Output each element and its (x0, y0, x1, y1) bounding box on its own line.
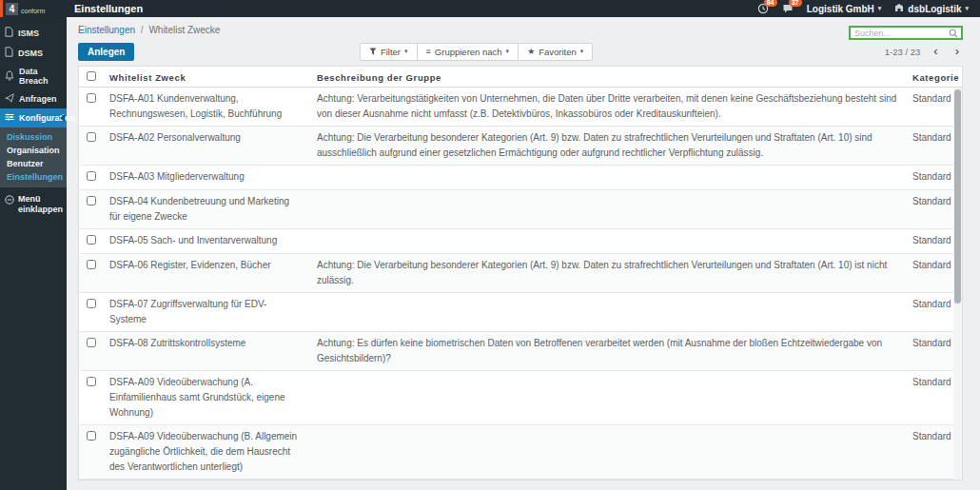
pagination: 1-23 / 23 ‹ › (885, 46, 963, 57)
filter-button[interactable]: Filter ▾ (360, 43, 418, 61)
cell-beschreibung (309, 425, 905, 480)
sidebar-item-data-breach[interactable]: Data Breach (0, 63, 67, 89)
pagination-prev-button[interactable]: ‹ (930, 46, 941, 57)
column-header-beschreibung[interactable]: Beschreibung der Gruppe (309, 67, 905, 88)
scrollbar-thumb[interactable] (954, 89, 961, 304)
table-row[interactable]: DSFA-A03 Mitgliederverwaltung Standard (79, 166, 962, 190)
cell-whitelist-zweck: DSFA-06 Register, Evidenzen, Bücher (102, 254, 309, 293)
cell-beschreibung (309, 480, 905, 481)
select-all-checkbox[interactable] (87, 71, 96, 81)
messages-notification-button[interactable]: 37 (782, 3, 794, 14)
table-row[interactable]: DSFA-A09 Videoüberwachung (B. Allgemein … (79, 425, 962, 480)
table-controls: Filter ▾ ≡ Gruppieren nach ▾ ★ Favoriten… (360, 43, 593, 61)
history-count-badge: 84 (764, 0, 777, 7)
cell-whitelist-zweck: DSFA-A09 Videoüberwachung (A. Einfamilie… (102, 371, 309, 425)
cell-whitelist-zweck: DSFA-05 Sach- und Inventarverwaltung (102, 229, 309, 254)
sidebar-item-konfiguration[interactable]: Konfiguration (0, 108, 67, 127)
cell-whitelist-zweck: DSFA-10 Bild- und Akustikverarbeitung in… (102, 480, 309, 481)
cell-whitelist-zweck: DSFA-A09 Videoüberwachung (B. Allgemein … (102, 425, 309, 480)
breadcrumb-current: Whitelist Zwecke (148, 25, 220, 35)
cell-beschreibung: Achtung: Die Verarbeitung besonderer Kat… (309, 127, 905, 166)
breadcrumb: Einstellungen / Whitelist Zwecke (78, 25, 963, 35)
breadcrumb-link-einstellungen[interactable]: Einstellungen (78, 25, 135, 35)
group-by-button[interactable]: ≡ Gruppieren nach ▾ (417, 43, 519, 61)
search-input[interactable] (851, 29, 949, 38)
column-header-kategorie[interactable]: Kategorie (905, 67, 962, 88)
active-item-notch (60, 114, 65, 122)
cell-whitelist-zweck: DSFA-A02 Personalverwaltung (102, 127, 309, 166)
sidebar-item-isms[interactable]: ISMS (0, 23, 67, 43)
toolbar: Anlegen Filter ▾ ≡ Gruppieren nach ▾ ★ F… (78, 42, 963, 61)
table-row[interactable]: DSFA-06 Register, Evidenzen, Bücher Acht… (79, 254, 962, 293)
cell-whitelist-zweck: DSFA-A01 Kundenverwaltung, Rechnungswese… (102, 88, 309, 127)
cell-beschreibung (309, 166, 905, 190)
sidebar-item-organisation[interactable]: Organisation (0, 144, 67, 157)
cell-beschreibung: Achtung: Verarbeitungstätigkeiten von Un… (309, 88, 905, 127)
table-row[interactable]: DSFA-07 Zugriffsverwaltung für EDV-Syste… (79, 293, 962, 332)
table-row[interactable]: DSFA-08 Zutrittskontrollsysteme Achtung:… (79, 332, 962, 371)
chevron-down-icon: ▾ (878, 5, 882, 12)
funnel-icon (369, 47, 377, 57)
column-header-whitelist-zweck[interactable]: Whitelist Zweck (102, 67, 309, 88)
sidebar-item-einstellungen[interactable]: Einstellungen (0, 170, 67, 184)
building-icon (894, 3, 904, 14)
cell-whitelist-zweck: DSFA-04 Kundenbetreuung und Marketing fü… (102, 190, 309, 229)
table-scrollbar[interactable] (953, 88, 962, 480)
row-checkbox[interactable] (87, 171, 96, 181)
file-icon (5, 27, 13, 39)
sidebar-item-benutzer[interactable]: Benutzer (0, 157, 67, 170)
send-icon (5, 93, 14, 105)
cell-whitelist-zweck: DSFA-A03 Mitgliederverwaltung (102, 166, 309, 190)
list-icon: ≡ (426, 47, 431, 56)
sliders-icon (5, 112, 14, 124)
table-row[interactable]: DSFA-10 Bild- und Akustikverarbeitung in… (79, 480, 962, 481)
breadcrumb-separator: / (141, 25, 144, 35)
user-menu[interactable]: dsbLogistik ▾ (894, 3, 969, 14)
chevron-down-icon: ▾ (404, 48, 408, 55)
organization-menu[interactable]: Logistik GmbH ▾ (807, 4, 882, 14)
cell-beschreibung: Achtung: Es dürfen keine biometrischen D… (309, 332, 905, 371)
star-icon: ★ (527, 47, 535, 56)
row-checkbox[interactable] (87, 260, 96, 269)
sidebar-item-diskussion[interactable]: Diskussion (0, 130, 67, 144)
table-row[interactable]: DSFA-A09 Videoüberwachung (A. Einfamilie… (79, 371, 962, 425)
table-row[interactable]: DSFA-A02 Personalverwaltung Achtung: Die… (79, 127, 962, 166)
favorites-button[interactable]: ★ Favoriten ▾ (518, 43, 593, 61)
table-row[interactable]: DSFA-A01 Kundenverwaltung, Rechnungswese… (79, 88, 962, 127)
topbar: 4 conform Einstellungen 84 37 Logistik G… (0, 0, 980, 17)
sidebar-item-anfragen[interactable]: Anfragen (0, 89, 67, 108)
app-logo[interactable]: 4 conform (0, 0, 67, 17)
bell-icon (5, 70, 14, 83)
cell-beschreibung (309, 371, 905, 425)
search-box (849, 26, 963, 40)
main-content: Einstellungen / Whitelist Zwecke Anlegen… (67, 17, 980, 490)
cell-whitelist-zweck: DSFA-07 Zugriffsverwaltung für EDV-Syste… (102, 293, 309, 332)
history-notification-button[interactable]: 84 (757, 3, 769, 14)
row-checkbox[interactable] (87, 338, 96, 347)
cell-beschreibung: Achtung: Die Verarbeitung besonderer Kat… (309, 254, 905, 293)
table-header-row: Whitelist Zweck Beschreibung der Gruppe … (79, 67, 962, 88)
row-checkbox[interactable] (87, 377, 96, 386)
pagination-range: 1-23 / 23 (885, 47, 921, 57)
pagination-next-button[interactable]: › (951, 46, 963, 57)
search-icon[interactable] (949, 25, 961, 42)
table-row[interactable]: DSFA-05 Sach- und Inventarverwaltung Sta… (79, 229, 962, 254)
sidebar-item-dsms[interactable]: DSMS (0, 43, 67, 63)
row-checkbox[interactable] (87, 93, 96, 103)
cell-whitelist-zweck: DSFA-08 Zutrittskontrollsysteme (102, 332, 309, 371)
row-checkbox[interactable] (87, 431, 96, 441)
chevron-down-icon: ▾ (506, 48, 510, 55)
logo-accent-bar (0, 0, 3, 17)
logo-brand-text: conform (21, 8, 45, 14)
sidebar: ISMS DSMS Data Breach Anfragen Konfigura… (0, 17, 67, 490)
chevron-down-icon: ▾ (965, 5, 969, 12)
row-checkbox[interactable] (87, 299, 96, 308)
row-checkbox[interactable] (87, 196, 96, 206)
create-button[interactable]: Anlegen (78, 43, 134, 61)
row-checkbox[interactable] (87, 132, 96, 142)
page-title: Einstellungen (67, 3, 757, 14)
konfiguration-submenu: Diskussion Organisation Benutzer Einstel… (0, 127, 67, 187)
collapse-menu-button[interactable]: Menü einklappen (0, 187, 67, 215)
row-checkbox[interactable] (87, 235, 96, 245)
table-row[interactable]: DSFA-04 Kundenbetreuung und Marketing fü… (79, 190, 962, 229)
